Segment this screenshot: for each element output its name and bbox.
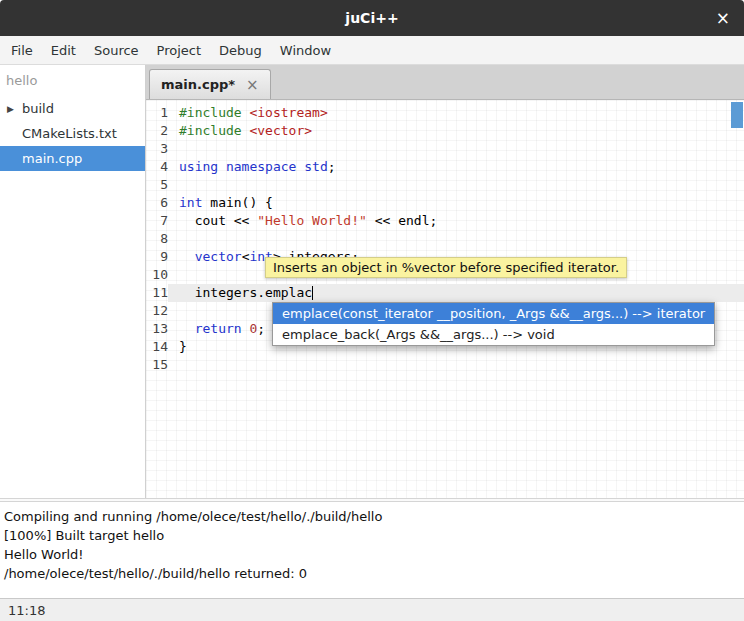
vertical-scrollbar-thumb[interactable]	[731, 102, 743, 128]
line-number: 12	[146, 302, 168, 320]
line-number: 9	[146, 248, 168, 266]
menu-item-file[interactable]: File	[2, 36, 42, 64]
output-line: [100%] Built target hello	[4, 526, 740, 545]
code-line-5[interactable]: 5	[146, 176, 744, 194]
line-number: 4	[146, 158, 168, 176]
code-text	[168, 230, 744, 248]
tab-close-icon[interactable]: ×	[246, 76, 259, 94]
code-text	[168, 176, 744, 194]
code-line-7[interactable]: 7 cout << "Hello World!" << endl;	[146, 212, 744, 230]
expand-arrow-icon[interactable]: ▶	[7, 104, 14, 114]
code-line-8[interactable]: 8	[146, 230, 744, 248]
window-title: juCi++	[345, 10, 398, 26]
completion-item-emplace[interactable]: emplace(const_iterator __position, _Args…	[273, 303, 714, 324]
code-text	[168, 140, 744, 158]
line-number: 8	[146, 230, 168, 248]
project-name: hello	[0, 68, 145, 96]
code-line-3[interactable]: 3	[146, 140, 744, 158]
line-number: 3	[146, 140, 168, 158]
code-text: cout << "Hello World!" << endl;	[168, 212, 744, 230]
menu-item-window[interactable]: Window	[271, 36, 340, 64]
code-text	[168, 356, 744, 374]
file-tree-panel: hello ▶ build CMakeLists.txt main.cpp	[0, 65, 146, 498]
output-line: Compiling and running /home/olece/test/h…	[4, 507, 740, 526]
menu-item-edit[interactable]: Edit	[42, 36, 85, 64]
status-bar: 11:18	[0, 598, 744, 621]
line-number: 14	[146, 338, 168, 356]
code-editor[interactable]: 1#include <iostream>2#include <vector>34…	[146, 100, 744, 498]
menu-item-source[interactable]: Source	[85, 36, 148, 64]
code-text: using namespace std;	[168, 158, 744, 176]
line-number: 5	[146, 176, 168, 194]
window-close-icon[interactable]: ×	[716, 0, 730, 36]
editor-pane: main.cpp* × 1#include <iostream>2#includ…	[146, 65, 744, 498]
tree-item-label: build	[22, 101, 54, 116]
line-number: 6	[146, 194, 168, 212]
code-line-2[interactable]: 2#include <vector>	[146, 122, 744, 140]
line-number: 15	[146, 356, 168, 374]
menubar: File Edit Source Project Debug Window	[0, 36, 744, 65]
code-line-11[interactable]: 11 integers.emplac	[146, 284, 744, 302]
doc-tooltip: Inserts an object in %vector before spec…	[265, 257, 627, 278]
code-line-6[interactable]: 6int main() {	[146, 194, 744, 212]
tab-bar: main.cpp* ×	[146, 65, 744, 100]
tab-label: main.cpp*	[161, 77, 235, 92]
output-panel[interactable]: Compiling and running /home/olece/test/h…	[0, 502, 744, 598]
tab-main-cpp[interactable]: main.cpp* ×	[149, 69, 271, 99]
code-text: #include <iostream>	[168, 104, 744, 122]
tree-item-label: CMakeLists.txt	[22, 126, 117, 141]
line-number: 10	[146, 266, 168, 284]
completion-item-emplace-back[interactable]: emplace_back(_Args &&__args...) --> void	[273, 324, 714, 345]
code-text: #include <vector>	[168, 122, 744, 140]
code-line-15[interactable]: 15	[146, 356, 744, 374]
line-number: 11	[146, 284, 168, 302]
tree-item-build[interactable]: ▶ build	[0, 96, 145, 121]
tree-item-main-cpp[interactable]: main.cpp	[0, 146, 145, 171]
jucipp-window: juCi++ × File Edit Source Project Debug …	[0, 0, 744, 621]
code-line-1[interactable]: 1#include <iostream>	[146, 104, 744, 122]
menu-item-debug[interactable]: Debug	[210, 36, 271, 64]
cursor-position: 11:18	[8, 603, 45, 618]
tree-item-label: main.cpp	[22, 151, 82, 166]
main-area: hello ▶ build CMakeLists.txt main.cpp ma…	[0, 65, 744, 498]
line-number: 1	[146, 104, 168, 122]
output-line: Hello World!	[4, 545, 740, 564]
output-line: /home/olece/test/hello/./build/hello ret…	[4, 564, 740, 583]
line-number: 7	[146, 212, 168, 230]
code-line-4[interactable]: 4using namespace std;	[146, 158, 744, 176]
line-number: 2	[146, 122, 168, 140]
titlebar[interactable]: juCi++ ×	[0, 0, 744, 36]
code-text: integers.emplac	[168, 284, 744, 302]
tree-item-cmakelists[interactable]: CMakeLists.txt	[0, 121, 145, 146]
completion-popup: emplace(const_iterator __position, _Args…	[272, 302, 715, 346]
code-text: int main() {	[168, 194, 744, 212]
line-number: 13	[146, 320, 168, 338]
text-cursor	[312, 286, 313, 300]
menu-item-project[interactable]: Project	[148, 36, 210, 64]
